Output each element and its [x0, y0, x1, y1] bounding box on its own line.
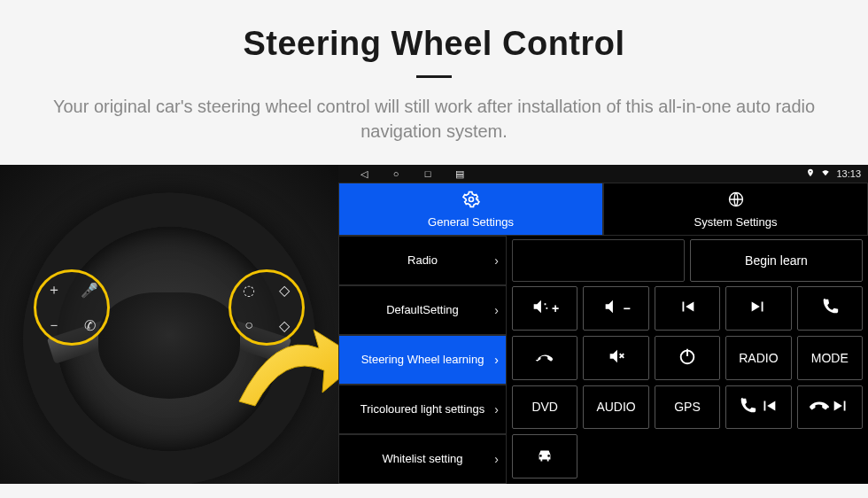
wheel-btn-plus-icon: ＋ [36, 272, 72, 307]
begin-learn-button[interactable]: Begin learn [690, 239, 863, 282]
fn-gps-button[interactable]: GPS [655, 385, 720, 430]
fn-radio-button[interactable]: RADIO [725, 336, 791, 380]
wheel-btn-up-icon: ◇ [267, 272, 302, 307]
settings-tabs: General Settings System Settings [338, 183, 868, 236]
clock-text: 13:13 [836, 168, 861, 179]
chevron-right-icon: › [494, 452, 499, 466]
stage: ＋ 🎤 － ✆ ◌ ◇ ○ ◇ ◁ ○ □ [0, 165, 868, 484]
plus-icon: + [552, 301, 559, 315]
nav-back-icon[interactable]: ◁ [358, 168, 370, 180]
button-label: DVD [531, 400, 558, 414]
button-label: GPS [674, 400, 701, 414]
prev-track-icon [759, 396, 779, 418]
gear-icon [462, 191, 480, 213]
settings-body: Radio › DefaultSetting › Steering Wheel … [338, 236, 868, 484]
fn-next-track-button[interactable] [725, 286, 791, 331]
fn-audio-button[interactable]: AUDIO [583, 385, 648, 430]
learning-panel: Begin learn + − [507, 236, 868, 484]
sidebar-item-tricoloured-light[interactable]: Tricoloured light settings › [338, 385, 507, 434]
fn-prev-track-button[interactable] [655, 286, 720, 331]
chevron-right-icon: › [494, 402, 499, 416]
svg-point-0 [469, 197, 473, 201]
sidebar-item-label: DefaultSetting [386, 304, 459, 317]
phone-hangup-icon [810, 396, 829, 418]
volume-up-icon [531, 297, 550, 319]
chevron-right-icon: › [494, 303, 499, 317]
fn-phone-prev-button[interactable] [725, 385, 791, 430]
button-label: Begin learn [745, 253, 808, 268]
fn-call-hangup-button[interactable] [512, 336, 577, 380]
wheel-button-cluster-left: ＋ 🎤 － ✆ [34, 269, 110, 346]
sidebar-item-whitelist[interactable]: Whitelist setting › [338, 434, 507, 484]
learn-slot-empty[interactable] [512, 239, 685, 282]
wheel-button-cluster-right: ◌ ◇ ○ ◇ [229, 269, 305, 346]
button-label: MODE [811, 351, 849, 365]
chevron-right-icon: › [494, 353, 499, 367]
wheel-btn-source-icon: ◌ [231, 272, 267, 307]
power-icon [678, 346, 697, 369]
headunit-screen: ◁ ○ □ ▤ 13:13 General Settings [338, 165, 868, 484]
wheel-btn-down-icon: ◇ [267, 307, 302, 343]
fn-mode-button[interactable]: MODE [797, 336, 863, 380]
page-title: Steering Wheel Control [35, 25, 833, 63]
globe-icon [727, 191, 745, 213]
location-icon [806, 168, 815, 179]
wheel-btn-phone-icon: ✆ [72, 307, 107, 343]
phone-hangup-icon [535, 346, 554, 369]
next-track-icon [748, 297, 768, 319]
minus-icon: − [624, 301, 631, 315]
page-subtitle: Your original car's steering wheel contr… [35, 94, 833, 144]
fn-dvd-button[interactable]: DVD [512, 385, 577, 430]
fn-phone-next-button[interactable] [797, 385, 863, 430]
chevron-right-icon: › [494, 253, 499, 268]
marketing-header: Steering Wheel Control Your original car… [0, 0, 868, 160]
mute-icon [607, 346, 626, 369]
tab-label: General Settings [428, 215, 514, 229]
wheel-btn-voice-icon: 🎤 [72, 272, 107, 307]
sidebar-item-label: Whitelist setting [382, 453, 462, 466]
sidebar-item-default-setting[interactable]: DefaultSetting › [338, 285, 507, 335]
tab-general-settings[interactable]: General Settings [338, 183, 603, 236]
button-label: AUDIO [596, 400, 635, 414]
tab-label: System Settings [694, 215, 778, 229]
function-grid: + − [512, 286, 863, 479]
fn-power-button[interactable] [655, 336, 720, 380]
settings-sidebar: Radio › DefaultSetting › Steering Wheel … [338, 236, 507, 484]
prev-track-icon [678, 297, 697, 319]
wheel-btn-minus-icon: － [36, 307, 72, 343]
fn-car-button[interactable] [512, 434, 577, 479]
next-track-icon [831, 396, 850, 418]
fn-call-answer-button[interactable] [797, 286, 863, 331]
sidebar-item-label: Radio [407, 254, 438, 268]
nav-menu-icon[interactable]: ▤ [453, 168, 466, 180]
nav-recent-icon[interactable]: □ [422, 168, 434, 180]
sidebar-item-label: Tricoloured light settings [360, 403, 484, 416]
wifi-icon [820, 168, 831, 179]
wheel-hub [98, 292, 240, 399]
title-divider [416, 75, 452, 78]
android-statusbar: ◁ ○ □ ▤ 13:13 [338, 165, 868, 183]
sidebar-item-label: Steering Wheel learning [361, 354, 484, 367]
phone-icon [738, 396, 757, 418]
button-label: RADIO [739, 351, 778, 365]
sidebar-item-steering-wheel-learning[interactable]: Steering Wheel learning › [338, 335, 507, 385]
phone-icon [820, 297, 840, 319]
car-icon [535, 446, 554, 468]
fn-volume-down-button[interactable]: − [583, 286, 648, 331]
sidebar-item-radio[interactable]: Radio › [338, 236, 507, 285]
steering-wheel-photo: ＋ 🎤 － ✆ ◌ ◇ ○ ◇ [0, 165, 338, 484]
fn-mute-button[interactable] [583, 336, 648, 380]
fn-volume-up-button[interactable]: + [512, 286, 577, 331]
tab-system-settings[interactable]: System Settings [603, 183, 868, 236]
wheel-btn-cycle-icon: ○ [231, 307, 267, 343]
nav-home-icon[interactable]: ○ [390, 168, 402, 180]
volume-down-icon [602, 297, 622, 319]
